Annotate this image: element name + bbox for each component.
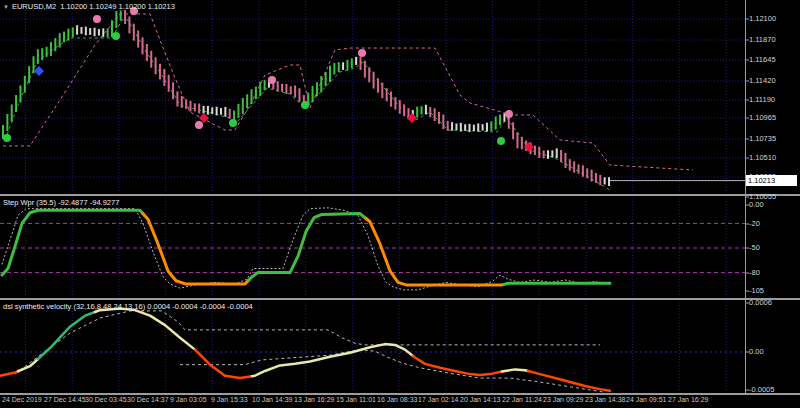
price-bar [19, 85, 21, 102]
price-bar [351, 58, 353, 68]
price-bar [211, 107, 213, 114]
price-bar [237, 104, 239, 118]
price-bar [63, 32, 65, 43]
signal-marker [301, 101, 309, 109]
time-tick-label: 23 Jan 14:38 [585, 396, 625, 403]
price-bar [608, 177, 610, 186]
price-bar [538, 147, 540, 158]
price-bar [316, 82, 318, 96]
price-bar [425, 105, 427, 114]
price-scale[interactable]: 1.10213 1.121001.118701.116451.114201.11… [745, 0, 800, 395]
price-tick-label: 1.11870 [749, 36, 776, 44]
price-bar [490, 121, 492, 130]
price-bar [294, 86, 296, 98]
time-tick-label: 24 Jan 09:51 [626, 396, 666, 403]
velocity-indicator-label: dsl synthetic velocity (32,16,8,48,24,13… [3, 302, 253, 311]
dsl-level-dashed [180, 350, 605, 393]
price-bar [198, 104, 200, 114]
price-bar [155, 57, 157, 74]
symbol-name: EURUSD,M2 [12, 2, 56, 11]
velocity-line [18, 359, 38, 371]
price-bar [102, 28, 104, 36]
price-bar [168, 75, 170, 92]
price-bar [150, 51, 152, 68]
price-bar [346, 60, 348, 70]
price-bar [560, 150, 562, 162]
price-bar [495, 116, 497, 129]
price-bar [543, 150, 545, 158]
price-bar [442, 115, 444, 130]
price-tick-label: 1.12100 [749, 15, 776, 23]
price-bar [37, 49, 39, 64]
price-bar [451, 122, 453, 131]
price-tick-label: 1.10735 [749, 135, 776, 143]
trail-stop-line [3, 14, 693, 170]
price-bar [460, 123, 462, 132]
price-bar [98, 29, 100, 35]
dsl-level-dashed [15, 311, 600, 374]
price-bar [386, 88, 388, 101]
signal-marker [34, 66, 44, 76]
price-bar [224, 107, 226, 117]
price-bar [455, 123, 457, 130]
time-tick-label: 30 Dec 03:45 [85, 396, 127, 403]
price-tick-label: 1.11420 [749, 77, 776, 85]
price-bar [564, 153, 566, 168]
price-bar [381, 83, 383, 99]
price-bar [80, 27, 82, 34]
price-bar [477, 123, 479, 131]
price-bar [586, 168, 588, 178]
price-bar [76, 25, 78, 34]
price-tick-label: -80 [749, 269, 760, 277]
price-bar [298, 88, 300, 102]
chart-canvas[interactable] [0, 0, 800, 408]
price-bar [338, 62, 340, 72]
price-bar [46, 47, 48, 57]
price-bar [89, 28, 91, 35]
price-bar [6, 114, 8, 131]
price-bar [464, 124, 466, 131]
symbol-ohlc-label: ▼EURUSD,M21.10200 1.10249 1.10200 1.1021… [3, 2, 175, 11]
price-bar [403, 104, 405, 116]
price-bar [290, 86, 292, 94]
price-tick-label: -20 [749, 220, 760, 228]
price-tick-label: 1.11645 [749, 56, 776, 64]
price-bar [142, 37, 144, 54]
price-tick-label: 0.0006 [749, 299, 772, 307]
price-bar [595, 173, 597, 183]
price-bar [15, 95, 17, 112]
price-bar [28, 66, 30, 83]
time-scale[interactable]: 24 Dec 201927 Dec 14:4530 Dec 03:4530 De… [0, 395, 800, 408]
price-bar [591, 170, 593, 182]
price-bar [333, 63, 335, 75]
price-bar [281, 84, 283, 92]
price-bar [429, 107, 431, 117]
price-bar [364, 61, 366, 78]
velocity-line [95, 309, 195, 350]
price-bar [373, 72, 375, 89]
price-bar [569, 159, 571, 170]
price-bar [312, 86, 314, 102]
price-bar [534, 146, 536, 155]
price-bar [189, 101, 191, 112]
ohlc-values: 1.10200 1.10249 1.10200 1.10213 [60, 2, 175, 11]
velocity-line [195, 350, 252, 378]
price-bar [54, 38, 56, 51]
price-bar [556, 148, 558, 158]
price-bar [194, 103, 196, 111]
price-bar [251, 89, 253, 104]
price-bar [399, 100, 401, 114]
price-bar [394, 97, 396, 109]
price-bar [94, 28, 96, 37]
wpr-line [366, 218, 504, 284]
price-bar [24, 76, 26, 93]
signal-marker [505, 110, 513, 118]
bid-price-box: 1.10213 [746, 175, 797, 186]
price-tick-label: 1.10965 [749, 114, 776, 122]
wpr-signal-dashed [2, 208, 608, 290]
velocity-line [528, 371, 610, 391]
price-bar [124, 10, 126, 24]
price-tick-label: 0.00 [749, 201, 764, 209]
time-tick-label: 27 Jan 16:29 [668, 396, 708, 403]
time-tick-label: 20 Jan 14:13 [460, 396, 500, 403]
